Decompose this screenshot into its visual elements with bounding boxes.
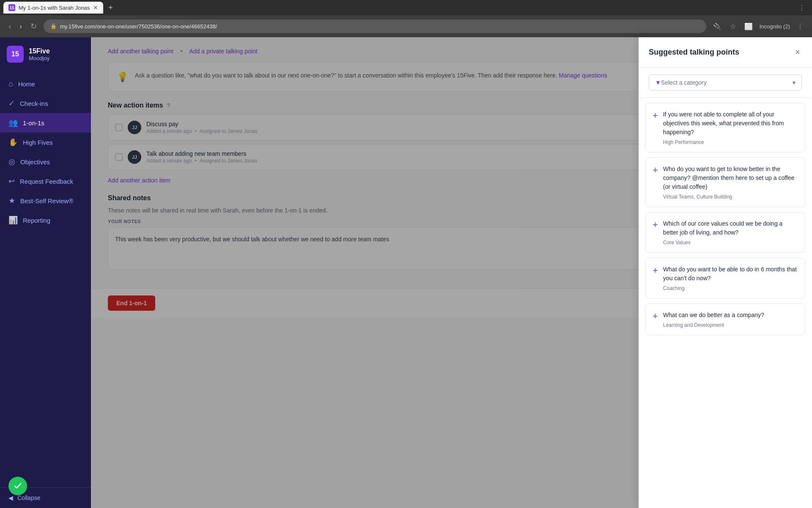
feedback-icon: ↩ xyxy=(8,177,15,186)
tab-title: My 1-on-1s with Sarah Jonas xyxy=(19,5,90,11)
suggestion-content-3: Which of our core values could we be doi… xyxy=(663,219,798,246)
sidebar-item-label: Reporting xyxy=(23,217,50,224)
suggestions-panel: Suggested talking points × ▼ Select a ca… xyxy=(639,37,812,508)
sidebar-item-reporting[interactable]: 📊 Reporting xyxy=(0,210,91,230)
sidebar-item-label: Check-ins xyxy=(20,100,48,107)
close-suggestions-button[interactable]: × xyxy=(793,46,802,59)
suggestion-card-3[interactable]: + Which of our core values could we be d… xyxy=(645,212,805,253)
screenshot-button[interactable]: ⬜ xyxy=(743,21,754,32)
tab-close-button[interactable]: ✕ xyxy=(93,4,98,11)
sidebar-item-label: Home xyxy=(18,80,35,88)
suggestion-content-2: Who do you want to get to know better in… xyxy=(663,165,798,200)
suggestions-list: + If you were not able to complete all o… xyxy=(639,98,812,508)
forward-button[interactable]: › xyxy=(18,20,24,33)
sidebar-item-objectives[interactable]: ◎ Objectives xyxy=(0,152,91,171)
objectives-icon: ◎ xyxy=(8,157,15,166)
menu-button[interactable]: ⋮ xyxy=(795,21,805,32)
home-icon: ⌂ xyxy=(8,80,13,88)
sidebar-item-checkins[interactable]: ✓ Check-ins xyxy=(0,94,91,113)
sidebar-item-request-feedback[interactable]: ↩ Request Feedback xyxy=(0,171,91,191)
sidebar-item-label: Objectives xyxy=(20,158,50,166)
filter-placeholder: Select a category xyxy=(661,79,707,86)
suggestion-card-4[interactable]: + What do you want to be able to do in 6… xyxy=(645,258,805,298)
suggestion-card-2[interactable]: + Who do you want to get to know better … xyxy=(645,157,805,207)
category-filter-dropdown[interactable]: ▼ Select a category ▾ xyxy=(649,75,802,91)
logo-icon: 15 xyxy=(7,46,24,63)
1on1-icon: 👥 xyxy=(8,118,18,127)
filter-icon: ▼ xyxy=(655,79,661,86)
tab-favicon: 15 xyxy=(8,4,15,11)
incognito-badge: Incognito (2) xyxy=(760,23,790,30)
add-suggestion-button-4[interactable]: + xyxy=(653,266,658,275)
sidebar: 15 15Five Moodjoy ⌂ Home ✓ Check-ins 👥 1… xyxy=(0,37,91,508)
sidebar-logo: 15 15Five Moodjoy xyxy=(0,37,91,71)
suggestion-text-1: If you were not able to complete all of … xyxy=(663,110,798,137)
suggestions-title: Suggested talking points xyxy=(649,48,739,57)
logo-text: 15Five Moodjoy xyxy=(29,47,50,61)
sidebar-item-label: Best-Self Review® xyxy=(20,197,73,204)
sidebar-item-label: High Fives xyxy=(23,139,53,146)
refresh-button[interactable]: ↻ xyxy=(29,20,38,33)
sidebar-item-home[interactable]: ⌂ Home xyxy=(0,75,91,94)
suggestion-text-5: What can we do better as a company? xyxy=(663,311,798,320)
suggestion-tag-3: Core Values xyxy=(663,240,798,246)
add-suggestion-button-3[interactable]: + xyxy=(653,220,658,229)
suggestion-content-5: What can we do better as a company? Lear… xyxy=(663,311,798,328)
user-name: Moodjoy xyxy=(29,55,50,61)
suggestion-card-5[interactable]: + What can we do better as a company? Le… xyxy=(645,304,805,335)
reporting-icon: 📊 xyxy=(8,215,18,225)
extensions-button[interactable]: 🔌 xyxy=(711,21,723,32)
browser-toolbar: ‹ › ↻ 🔒 my.15five.com/one-on-one/user/75… xyxy=(0,15,812,37)
address-text: my.15five.com/one-on-one/user/7502536/on… xyxy=(60,23,217,30)
collapse-button[interactable]: ◀ Collapse xyxy=(8,494,82,501)
bookmark-button[interactable]: ☆ xyxy=(728,21,738,32)
back-button[interactable]: ‹ xyxy=(7,20,13,33)
suggestion-content-4: What do you want to be able to do in 6 m… xyxy=(663,265,798,291)
sidebar-item-best-self[interactable]: ★ Best-Self Review® xyxy=(0,191,91,210)
checkmark-icon xyxy=(13,481,22,491)
suggestion-tag-1: High Performance xyxy=(663,139,798,145)
suggestion-content-1: If you were not able to complete all of … xyxy=(663,110,798,145)
bestself-icon: ★ xyxy=(8,196,15,205)
suggestions-filter: ▼ Select a category ▾ xyxy=(639,68,812,98)
suggestion-text-3: Which of our core values could we be doi… xyxy=(663,219,798,237)
browser-actions: 🔌 ☆ ⬜ Incognito (2) ⋮ xyxy=(711,21,805,32)
browser-tab[interactable]: 15 My 1-on-1s with Sarah Jonas ✕ xyxy=(3,2,103,14)
sidebar-nav: ⌂ Home ✓ Check-ins 👥 1-on-1s ✋ High Five… xyxy=(0,71,91,487)
add-suggestion-button-5[interactable]: + xyxy=(653,312,658,321)
suggestion-text-2: Who do you want to get to know better in… xyxy=(663,165,798,191)
sidebar-item-highfives[interactable]: ✋ High Fives xyxy=(0,133,91,152)
collapse-label: Collapse xyxy=(17,494,40,501)
sidebar-item-label: Request Feedback xyxy=(20,178,73,185)
collapse-icon: ◀ xyxy=(8,494,13,501)
suggestion-card-1[interactable]: + If you were not able to complete all o… xyxy=(645,103,805,152)
sidebar-item-1on1s[interactable]: 👥 1-on-1s xyxy=(0,113,91,133)
minimize-icon: ⋮ xyxy=(798,4,809,12)
notification-badge[interactable] xyxy=(8,477,27,495)
chevron-down-icon: ▾ xyxy=(793,79,796,86)
suggestion-tag-2: Virtual Teams, Culture Building xyxy=(663,194,798,200)
browser-chrome: 15 My 1-on-1s with Sarah Jonas ✕ + ⋮ ‹ ›… xyxy=(0,0,812,37)
new-tab-button[interactable]: + xyxy=(105,3,116,12)
suggestion-tag-5: Learning and Development xyxy=(663,322,798,328)
address-bar[interactable]: 🔒 my.15five.com/one-on-one/user/7502536/… xyxy=(44,19,706,33)
highfives-icon: ✋ xyxy=(8,138,18,147)
add-suggestion-button-1[interactable]: + xyxy=(653,111,658,120)
add-suggestion-button-2[interactable]: + xyxy=(653,166,658,175)
sidebar-item-label: 1-on-1s xyxy=(23,119,44,127)
lock-icon: 🔒 xyxy=(50,23,57,29)
company-name: 15Five xyxy=(29,47,50,55)
browser-tabs: 15 My 1-on-1s with Sarah Jonas ✕ + ⋮ xyxy=(0,0,812,15)
suggestion-text-4: What do you want to be able to do in 6 m… xyxy=(663,265,798,283)
suggestion-tag-4: Coaching xyxy=(663,285,798,291)
checkins-icon: ✓ xyxy=(8,99,15,108)
suggestions-header: Suggested talking points × xyxy=(639,37,812,68)
